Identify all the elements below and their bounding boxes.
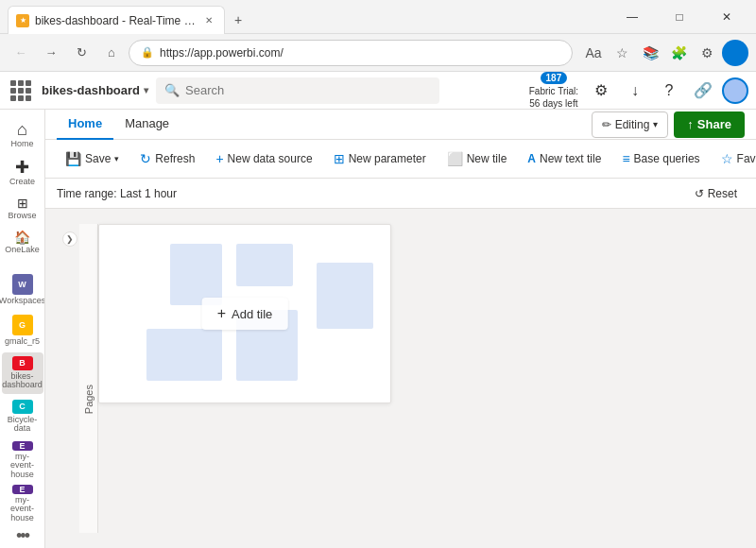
share-icon-btn[interactable]: 🔗 — [688, 76, 718, 106]
new-parameter-button[interactable]: ⊞ New parameter — [325, 146, 435, 172]
sidebar-event-1-label: my-event-house — [6, 453, 40, 481]
sidebar-onelake-label: OneLake — [5, 246, 40, 255]
ribbon-actions: 💾 Save ▾ ↻ Refresh + New data source — [45, 140, 756, 178]
tab-home[interactable]: Home — [57, 110, 113, 140]
new-data-source-button[interactable]: + New data source — [207, 146, 320, 172]
tab-manage[interactable]: Manage — [113, 110, 180, 140]
refresh-button[interactable]: ↻ Refresh — [131, 146, 203, 172]
window-controls: — □ ✕ — [610, 3, 748, 31]
sidebar-item-event-house-1[interactable]: E my-event-house — [2, 439, 43, 481]
new-tile-button[interactable]: ⬜ New tile — [438, 146, 516, 172]
tile-3[interactable] — [146, 329, 222, 381]
minimize-button[interactable]: — — [610, 3, 654, 31]
settings-icon[interactable]: ⚙ — [694, 40, 720, 66]
sidebar-home-label: Home — [10, 140, 33, 149]
app-body: ⌂ Home ✚ Create ⊞ Browse 🏠 OneLake W — [0, 110, 756, 548]
collapse-arrow-icon[interactable]: ❯ — [62, 231, 77, 247]
sidebar-item-gmalc[interactable]: G gmalc_r5 — [2, 311, 43, 351]
sidebar-gmalc-label: gmalc_r5 — [5, 337, 40, 347]
canvas-wrapper: + Add tile — [98, 224, 741, 533]
tile-1[interactable] — [170, 244, 222, 305]
tab-close-button[interactable]: ✕ — [201, 13, 216, 28]
browser-toolbar-right: Aa ☆ 📚 🧩 ⚙ — [580, 40, 748, 66]
url-text: https://app.powerbi.com/ — [160, 46, 284, 60]
add-tile-button[interactable]: + Add tile — [202, 298, 288, 330]
workspaces-icon: W — [12, 274, 33, 295]
browser-toolbar: ← → ↻ ⌂ 🔒 https://app.powerbi.com/ Aa ☆ … — [0, 34, 756, 72]
sidebar: ⌂ Home ✚ Create ⊞ Browse 🏠 OneLake W — [0, 110, 45, 548]
favorite-icon: ☆ — [721, 151, 733, 166]
bikes-dashboard-icon: B — [12, 356, 33, 369]
back-button[interactable]: ← — [8, 40, 34, 66]
new-text-tile-button[interactable]: A New text tile — [519, 146, 610, 172]
sidebar-workspaces-label: Workspaces — [0, 297, 45, 306]
sidebar-item-browse[interactable]: ⊞ Browse — [2, 193, 43, 225]
download-icon-btn[interactable]: ↓ — [620, 76, 650, 106]
tab-title: bikes-dashboard - Real-Time Inte... — [35, 14, 196, 27]
sidebar-item-event-house-2[interactable]: E my-event-house — [2, 483, 43, 524]
help-icon-btn[interactable]: ? — [654, 76, 684, 106]
sidebar-browse-label: Browse — [8, 212, 36, 221]
close-button[interactable]: ✕ — [705, 3, 748, 31]
refresh-icon: ↻ — [140, 151, 151, 166]
home-button[interactable]: ⌂ — [98, 40, 125, 66]
forward-button[interactable]: → — [38, 40, 64, 66]
tile-5[interactable] — [317, 263, 373, 329]
active-tab[interactable]: ★ bikes-dashboard - Real-Time Inte... ✕ — [8, 6, 225, 34]
header-search[interactable]: 🔍 — [156, 77, 439, 104]
settings-icon-btn[interactable]: ⚙ — [586, 76, 616, 106]
add-tile-label: Add tile — [232, 307, 272, 321]
sidebar-more-button[interactable]: ••• — [2, 526, 43, 546]
base-queries-button[interactable]: ≡ Base queries — [613, 146, 708, 172]
favorite-button[interactable]: ☆ Favorite — [713, 146, 756, 172]
canvas-area: ❯ Pages — [45, 209, 756, 548]
waffle-menu[interactable] — [8, 77, 34, 104]
sidebar-bicycle-label: Bicycle-data — [6, 416, 40, 435]
save-dropdown-icon: ▾ — [114, 154, 119, 163]
read-aloud-icon[interactable]: Aa — [580, 40, 607, 66]
tile-2[interactable] — [236, 244, 293, 286]
app-header: bikes-dashboard ▾ 🔍 187 Fabric Trial: 56… — [0, 72, 756, 110]
home-icon: ⌂ — [17, 121, 27, 138]
new-tab-button[interactable]: + — [225, 7, 251, 33]
event-house-1-icon: E — [12, 441, 33, 451]
new-tile-icon: ⬜ — [447, 151, 463, 166]
collections-icon[interactable]: 📚 — [637, 40, 663, 66]
pages-collapse-button[interactable]: ❯ — [60, 224, 79, 533]
address-bar[interactable]: 🔒 https://app.powerbi.com/ — [129, 40, 573, 66]
user-avatar[interactable] — [722, 77, 748, 104]
fabric-trial-days: 56 days left — [529, 98, 577, 109]
app-name[interactable]: bikes-dashboard ▾ — [42, 83, 148, 97]
new-data-source-icon: + — [215, 151, 223, 166]
reset-icon: ↺ — [695, 187, 704, 200]
browser-profile-avatar[interactable] — [722, 40, 748, 66]
maximize-button[interactable]: □ — [658, 3, 701, 31]
base-queries-icon: ≡ — [622, 151, 629, 166]
search-icon: 🔍 — [164, 83, 180, 97]
ribbon: Home Manage ✏ Editing ▾ ↑ Share — [45, 110, 756, 179]
refresh-button[interactable]: ↻ — [68, 40, 94, 66]
sidebar-item-workspaces[interactable]: W Workspaces — [2, 270, 43, 310]
gmalc-icon: G — [12, 315, 33, 335]
save-button[interactable]: 💾 Save ▾ — [57, 146, 128, 172]
sidebar-item-bicycle-data[interactable]: C Bicycle-data — [2, 396, 43, 437]
create-icon: ✚ — [15, 159, 29, 176]
waffle-icon — [10, 80, 31, 101]
extensions-icon[interactable]: 🧩 — [665, 40, 692, 66]
trial-badge: 187 — [541, 72, 568, 84]
pages-label: Pages — [83, 385, 94, 414]
sidebar-item-bikes-dashboard[interactable]: B bikes-dashboard — [2, 352, 43, 394]
reset-button[interactable]: ↺ Reset — [687, 182, 745, 205]
editing-button[interactable]: ✏ Editing ▾ — [592, 111, 669, 138]
favorites-icon[interactable]: ☆ — [609, 40, 635, 66]
dashboard-canvas[interactable]: + Add tile — [98, 224, 391, 403]
search-input[interactable] — [185, 83, 431, 97]
sidebar-item-onelake[interactable]: 🏠 OneLake — [2, 227, 43, 259]
time-range-value: Last 1 hour — [120, 187, 177, 200]
ribbon-tabs: Home Manage ✏ Editing ▾ ↑ Share — [45, 110, 756, 140]
bicycle-data-icon: C — [12, 400, 33, 413]
share-button[interactable]: ↑ Share — [674, 111, 745, 138]
sidebar-item-home[interactable]: ⌂ Home — [2, 117, 43, 153]
editing-icon: ✏ — [602, 118, 611, 131]
sidebar-item-create[interactable]: ✚ Create — [2, 155, 43, 191]
